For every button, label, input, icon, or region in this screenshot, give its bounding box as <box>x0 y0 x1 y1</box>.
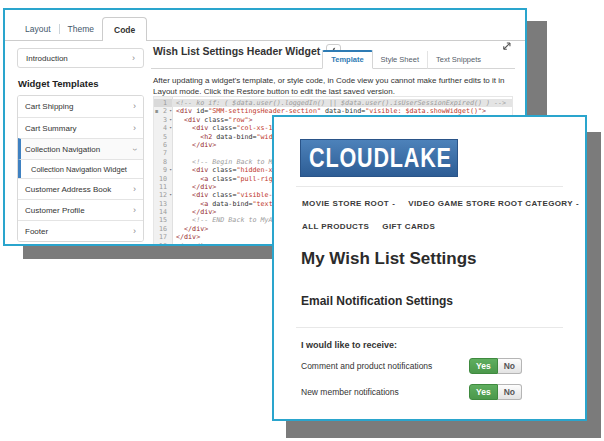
sidebar-item-collection-navigation[interactable]: Collection Navigation› <box>18 138 143 159</box>
store-logo[interactable]: CLOUDLAKE <box>300 139 458 177</box>
sidebar-item-customer-profile[interactable]: Customer Profile› <box>18 199 143 220</box>
widget-sidebar: Introduction › Widget Templates Cart Shi… <box>17 46 144 244</box>
chevron-right-icon: › <box>133 102 136 111</box>
line-number: 6 <box>154 141 172 149</box>
yes-no-group: YesNo <box>469 358 522 374</box>
line-number: 17 <box>154 233 172 241</box>
toggle-row: New member notificationsYesNo <box>301 384 567 400</box>
chevron-right-icon: › <box>133 227 136 236</box>
line-number-text: 2 <box>163 107 167 115</box>
page-title: My Wish List Settings <box>301 249 477 269</box>
line-number: 9▾ <box>154 166 172 174</box>
line-number: 8 <box>154 158 172 166</box>
sidebar-item-collection-navigation-widget[interactable]: Collection Navigation Widget <box>18 159 143 178</box>
sidebar-item-label: Cart Summary <box>25 124 77 133</box>
sidebar-item-label: Introduction <box>26 54 68 63</box>
no-button[interactable]: No <box>498 384 522 400</box>
line-number: 5 <box>154 133 172 141</box>
toggle-label: New member notifications <box>301 387 469 397</box>
widget-template-list: Cart Shipping›Cart Summary›Collection Na… <box>17 95 144 242</box>
store-logo-text: CLOUDLAKE <box>309 143 452 174</box>
tab-theme[interactable]: Theme <box>60 24 102 34</box>
line-number-text: 13 <box>159 200 167 208</box>
notification-toggles: Comment and product notificationsYesNoNe… <box>301 358 567 410</box>
line-number-text: 12 <box>159 191 167 199</box>
line-number-text: 9 <box>163 166 167 174</box>
desktop-stage: LayoutThemeCode Introduction › Widget Te… <box>0 0 604 441</box>
line-number: 1 <box>154 99 172 107</box>
sidebar-item-footer[interactable]: Footer› <box>18 220 143 241</box>
editor-notice-text: After updating a widget's template, or s… <box>153 76 513 97</box>
tab-code[interactable]: Code <box>102 17 147 41</box>
line-number: ≡2▾ <box>154 107 172 115</box>
widget-templates-heading: Widget Templates <box>18 78 143 89</box>
line-number: 18 <box>154 242 172 244</box>
nav-item-gift-cards[interactable]: GIFT CARDS <box>382 222 435 231</box>
line-number-text: 7 <box>163 149 167 157</box>
chevron-right-icon: › <box>133 206 136 215</box>
sidebar-item-label: Collection Navigation <box>25 145 100 154</box>
line-number-text: 10 <box>159 175 167 183</box>
line-number-text: 3 <box>163 116 167 124</box>
yes-button[interactable]: Yes <box>469 384 498 400</box>
line-number: 11 <box>154 183 172 191</box>
yes-no-group: YesNo <box>469 384 522 400</box>
line-number: 16 <box>154 225 172 233</box>
dropdown-indicator: - <box>392 199 395 208</box>
tab-layout[interactable]: Layout <box>17 24 59 34</box>
expand-icon <box>501 40 512 55</box>
fold-toggle-icon[interactable]: ▾ <box>169 166 172 174</box>
line-number: 14 <box>154 208 172 216</box>
receive-prompt: I would like to receive: <box>301 340 397 350</box>
chevron-right-icon: › <box>132 54 135 63</box>
line-number-text: 8 <box>163 158 167 166</box>
line-number-text: 1 <box>163 99 167 107</box>
tab-text-snippets[interactable]: Text Snippets <box>427 51 489 69</box>
yes-button[interactable]: Yes <box>469 358 498 374</box>
line-number-text: 11 <box>159 183 167 191</box>
line-number-text: 14 <box>159 208 167 216</box>
code-text: <!-- ko if: ( $data.user().loggedIn() ||… <box>172 99 512 107</box>
fold-toggle-icon[interactable]: ▾ <box>169 191 172 199</box>
divider <box>296 327 563 328</box>
chevron-down-icon: › <box>130 148 139 151</box>
chevron-right-icon: › <box>133 124 136 133</box>
tab-style-sheet[interactable]: Style Sheet <box>373 51 427 69</box>
line-number-text: 4 <box>163 124 167 132</box>
widget-title: Wish List Settings Header Widget <box>153 45 320 57</box>
line-number-text: 6 <box>163 141 167 149</box>
sidebar-item-introduction[interactable]: Introduction › <box>17 48 144 68</box>
line-number: 3▾ <box>154 116 172 124</box>
fold-toggle-icon[interactable]: ▾ <box>169 124 172 132</box>
sidebar-item-label: Cart Shipping <box>25 102 73 111</box>
line-number-text: 5 <box>163 133 167 141</box>
sidebar-item-label: Customer Address Book <box>25 185 111 194</box>
sidebar-item-customer-address-book[interactable]: Customer Address Book› <box>18 178 143 199</box>
line-number: 10 <box>154 175 172 183</box>
chevron-right-icon: › <box>133 185 136 194</box>
sidebar-item-label: Footer <box>25 227 48 236</box>
toggle-row: Comment and product notificationsYesNo <box>301 358 567 374</box>
nav-item-all-products[interactable]: ALL PRODUCTS <box>302 222 369 231</box>
nav-item-video-game-store-root-category[interactable]: VIDEO GAME STORE ROOT CATEGORY- <box>408 199 579 208</box>
line-number-text: 17 <box>159 233 167 241</box>
sidebar-item-label: Collection Navigation Widget <box>31 165 127 174</box>
no-button[interactable]: No <box>498 358 522 374</box>
gutter-marker-icon: ≡ <box>155 107 158 115</box>
sidebar-item-cart-summary[interactable]: Cart Summary› <box>18 117 143 138</box>
fold-toggle-icon[interactable]: ▾ <box>169 107 172 115</box>
expand-editor-button[interactable] <box>500 40 512 52</box>
sidebar-item-cart-shipping[interactable]: Cart Shipping› <box>18 96 143 117</box>
tab-template[interactable]: Template <box>322 50 372 69</box>
view-mode-tabs: LayoutThemeCode <box>17 17 525 41</box>
line-number: 7 <box>154 149 172 157</box>
line-number-text: 15 <box>159 216 167 224</box>
widget-editor-header: Wish List Settings Header Widget Templat… <box>151 40 515 69</box>
dropdown-indicator: - <box>576 199 579 208</box>
fold-toggle-icon[interactable]: ▾ <box>169 116 172 124</box>
line-number: 13 <box>154 200 172 208</box>
nav-item-movie-store-root[interactable]: MOVIE STORE ROOT- <box>302 199 395 208</box>
code-line: 1<!-- ko if: ( $data.user().loggedIn() |… <box>154 99 512 107</box>
sidebar-item-label: Customer Profile <box>25 206 85 215</box>
divider <box>296 186 563 187</box>
